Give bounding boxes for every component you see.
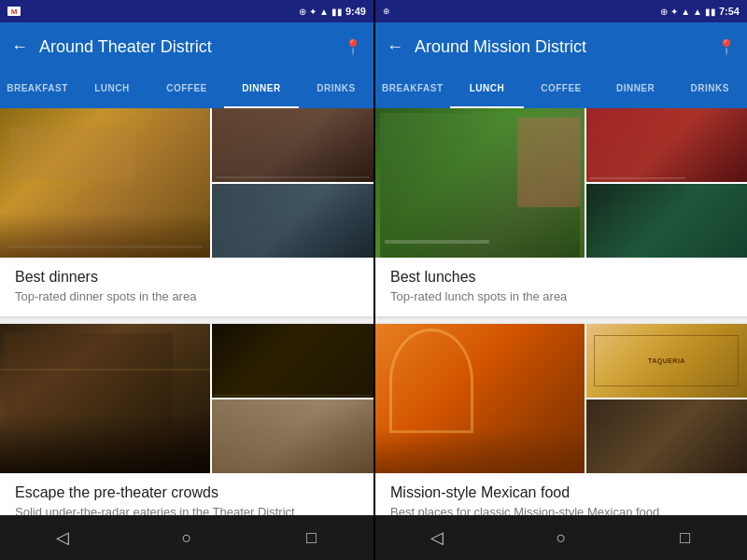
back-nav-button-mission[interactable]: ◁ bbox=[418, 519, 456, 556]
recents-nav-button-mission[interactable]: □ bbox=[667, 519, 704, 556]
card-images-dinners bbox=[0, 108, 374, 258]
card-subtitle-lunches: Top-rated lunch spots in the area bbox=[390, 289, 732, 303]
card-images-pretheater bbox=[0, 324, 374, 473]
card-mexican-food[interactable]: TAQUERIA Mission-style Mexican food Best… bbox=[375, 324, 747, 515]
bluetooth-icon: ✦ bbox=[309, 7, 317, 17]
bottom-nav-theater: ◁ ○ □ bbox=[0, 515, 374, 560]
tab-drinks-mission[interactable]: DRINKS bbox=[672, 71, 747, 108]
card-title-lunches: Best lunches bbox=[390, 269, 732, 286]
dinner-image-side-top bbox=[212, 108, 374, 182]
back-nav-button-theater[interactable]: ◁ bbox=[44, 519, 81, 556]
back-button[interactable]: ← bbox=[11, 37, 28, 57]
card-title-dinners: Best dinners bbox=[15, 269, 359, 286]
phone-theater: M ⊕ ✦ ▲ ▮▮ 9:49 ← Around Theater Distric… bbox=[0, 0, 374, 560]
tab-lunch-theater[interactable]: LUNCH bbox=[75, 71, 149, 108]
back-button-mission[interactable]: ← bbox=[387, 37, 403, 57]
lunch-image-main bbox=[375, 108, 585, 258]
status-bar-right: ⊕ ✦ ▲ ▮▮ 9:49 bbox=[299, 6, 366, 17]
dinner-image-side-bottom bbox=[212, 184, 374, 258]
location-status-left-icon: ⊕ bbox=[383, 7, 390, 16]
card-subtitle-dinners: Top-rated dinner spots in the area bbox=[15, 289, 359, 303]
tab-drinks-theater[interactable]: DRINKS bbox=[299, 71, 374, 108]
location-status-icon: ⊕ bbox=[299, 7, 306, 17]
location-pin-icon-mission[interactable]: 📍 bbox=[717, 38, 736, 56]
pretheater-images-side bbox=[212, 324, 374, 473]
page-title-theater: Around Theater District bbox=[39, 37, 332, 57]
content-theater: Best dinners Top-rated dinner spots in t… bbox=[0, 108, 374, 515]
top-bar-theater: ← Around Theater District 📍 bbox=[0, 22, 374, 71]
bottom-nav-mission: ◁ ○ □ bbox=[375, 515, 747, 560]
signal-icon: ▲ bbox=[319, 7, 329, 17]
signal-icon-mission: ▲ bbox=[693, 7, 702, 17]
tab-coffee-theater[interactable]: COFFEE bbox=[149, 71, 224, 108]
pretheater-image-side-bottom bbox=[212, 399, 374, 473]
location-status-icon-mission: ⊕ bbox=[660, 7, 668, 17]
card-text-pretheater: Escape the pre-theater crowds Solid unde… bbox=[0, 473, 374, 515]
card-title-mexican: Mission-style Mexican food bbox=[390, 484, 732, 501]
card-best-lunches[interactable]: Best lunches Top-rated lunch spots in th… bbox=[375, 108, 747, 316]
card-subtitle-mexican: Best places for classic Mission-style Me… bbox=[390, 505, 732, 515]
card-text-dinners: Best dinners Top-rated dinner spots in t… bbox=[0, 258, 374, 316]
dinner-image-main bbox=[0, 108, 210, 258]
tab-breakfast-mission[interactable]: BREAKFAST bbox=[375, 71, 450, 108]
status-bar-right-mission: ⊕ ✦ ▲ ▲ ▮▮ 7:54 bbox=[660, 6, 740, 17]
status-bar-left: M bbox=[7, 7, 21, 16]
lunch-image-side-top bbox=[586, 108, 747, 182]
card-images-mexican: TAQUERIA bbox=[375, 324, 747, 473]
phone-mission: ⊕ ⊕ ✦ ▲ ▲ ▮▮ 7:54 ← Around Mission Distr… bbox=[374, 0, 747, 560]
tab-lunch-mission[interactable]: LUNCH bbox=[450, 71, 525, 108]
status-bar-mission: ⊕ ⊕ ✦ ▲ ▲ ▮▮ 7:54 bbox=[375, 0, 747, 22]
recents-nav-button-theater[interactable]: □ bbox=[292, 519, 330, 556]
battery-icon-mission: ▮▮ bbox=[705, 7, 716, 17]
gmail-icon: M bbox=[7, 7, 21, 16]
status-time: 9:49 bbox=[345, 6, 366, 17]
home-nav-button-theater[interactable]: ○ bbox=[168, 519, 205, 556]
card-text-lunches: Best lunches Top-rated lunch spots in th… bbox=[375, 258, 747, 316]
bluetooth-icon-mission: ✦ bbox=[670, 7, 678, 17]
card-subtitle-pretheater: Solid under-the-radar eateries in the Th… bbox=[15, 505, 359, 515]
tab-coffee-mission[interactable]: COFFEE bbox=[524, 71, 599, 108]
mexican-images-side: TAQUERIA bbox=[586, 324, 747, 473]
home-nav-button-mission[interactable]: ○ bbox=[543, 519, 580, 556]
battery-icon: ▮▮ bbox=[331, 7, 343, 17]
status-bar-left-mission: ⊕ bbox=[383, 7, 390, 16]
location-pin-icon[interactable]: 📍 bbox=[344, 38, 362, 56]
lunch-image-side-bottom bbox=[586, 184, 747, 258]
status-bar-theater: M ⊕ ✦ ▲ ▮▮ 9:49 bbox=[0, 0, 374, 22]
card-text-mexican: Mission-style Mexican food Best places f… bbox=[375, 473, 747, 515]
mexican-image-side-bottom bbox=[586, 399, 747, 473]
pretheater-image-main bbox=[0, 324, 210, 473]
content-mission: Best lunches Top-rated lunch spots in th… bbox=[375, 108, 747, 515]
card-title-pretheater: Escape the pre-theater crowds bbox=[15, 484, 359, 501]
tab-breakfast-theater[interactable]: BREAKFAST bbox=[0, 71, 75, 108]
page-title-mission: Around Mission District bbox=[415, 37, 706, 57]
top-bar-mission: ← Around Mission District 📍 bbox=[375, 22, 747, 71]
card-pre-theater[interactable]: Escape the pre-theater crowds Solid unde… bbox=[0, 324, 374, 515]
dinner-images-side bbox=[212, 108, 374, 258]
tab-dinner-theater[interactable]: DINNER bbox=[224, 71, 299, 108]
mexican-image-side-top: TAQUERIA bbox=[586, 324, 747, 398]
tab-bar-theater: BREAKFAST LUNCH COFFEE DINNER DRINKS bbox=[0, 71, 374, 108]
status-time-mission: 7:54 bbox=[719, 6, 740, 17]
lunch-images-side bbox=[586, 108, 747, 258]
tab-bar-mission: BREAKFAST LUNCH COFFEE DINNER DRINKS bbox=[375, 71, 747, 108]
mexican-image-main bbox=[375, 324, 585, 473]
card-images-lunches bbox=[375, 108, 747, 258]
pretheater-image-side-top bbox=[212, 324, 374, 398]
card-best-dinners[interactable]: Best dinners Top-rated dinner spots in t… bbox=[0, 108, 374, 316]
tab-dinner-mission[interactable]: DINNER bbox=[599, 71, 673, 108]
wifi-icon-mission: ▲ bbox=[681, 7, 690, 17]
